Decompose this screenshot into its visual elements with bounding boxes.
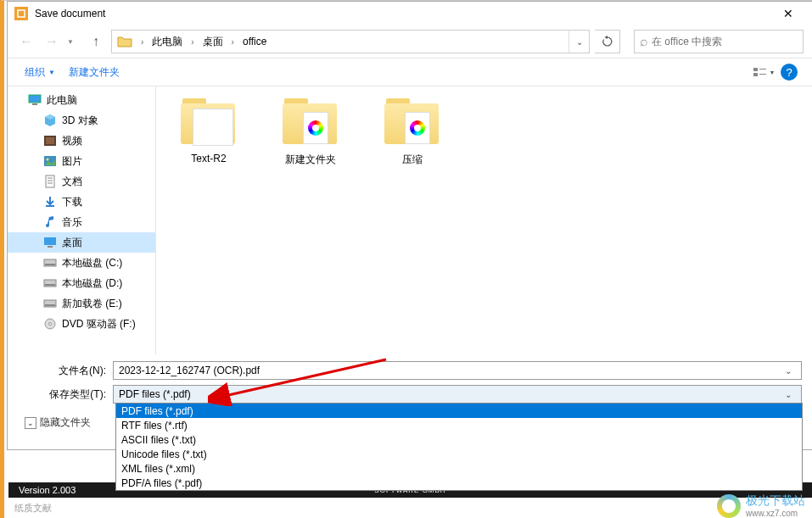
version-text: Version 2.003 — [19, 485, 76, 495]
toolbar: 组织 ▼ 新建文件夹 ▼ ? — [8, 58, 812, 86]
disk-icon — [43, 256, 57, 270]
svg-rect-19 — [45, 264, 55, 265]
filetype-option[interactable]: Unicode files (*.txt) — [116, 447, 802, 461]
filetype-label: 保存类型(T): — [18, 387, 113, 402]
3d-icon — [43, 114, 57, 127]
refresh-button[interactable] — [595, 30, 620, 53]
music-icon — [43, 215, 57, 229]
pictures-icon — [43, 154, 57, 168]
search-box[interactable]: ⌕ — [634, 30, 804, 53]
filetype-option[interactable]: PDF files (*.pdf) — [116, 404, 802, 418]
app-icon — [14, 7, 28, 20]
up-button[interactable]: ↑ — [86, 31, 106, 52]
path-segment[interactable]: 桌面 — [198, 31, 228, 53]
search-input[interactable] — [652, 36, 798, 47]
chevron-down-icon: ▼ — [48, 69, 55, 76]
titlebar: Save document ✕ — [8, 2, 812, 25]
folder-label: 新建文件夹 — [285, 153, 336, 167]
sidebar-item[interactable]: 文档 — [8, 171, 155, 192]
filetype-option[interactable]: PDF/A files (*.pdf) — [116, 476, 802, 490]
filetype-option[interactable]: RTF files (*.rtf) — [116, 418, 802, 432]
folder-label: Text-R2 — [191, 153, 226, 164]
svg-point-10 — [47, 159, 49, 161]
history-dropdown-icon[interactable]: ▼ — [67, 38, 74, 46]
watermark-text: 极光下载站 — [746, 493, 805, 509]
new-folder-button[interactable]: 新建文件夹 — [62, 62, 126, 83]
folder-icon — [281, 97, 340, 148]
folder-label: 压缩 — [402, 153, 423, 167]
filename-input[interactable]: 2023-12-12_162747 (OCR).pdf ⌄ — [113, 361, 802, 380]
svg-rect-3 — [759, 69, 766, 70]
monitor-icon — [28, 93, 42, 107]
filetype-option[interactable]: XML files (*.xml) — [116, 461, 802, 476]
sidebar-item[interactable]: 下载 — [8, 192, 155, 212]
video-icon — [43, 134, 57, 148]
sidebar-item-label: 图片 — [62, 154, 82, 169]
sidebar-item-label: 音乐 — [62, 215, 82, 230]
desktop-icon — [43, 236, 57, 249]
bottom-stray-text: 纸质文献 — [14, 502, 52, 515]
filetype-option[interactable]: ASCII files (*.txt) — [116, 432, 802, 447]
sidebar-item-label: 新加载卷 (E:) — [62, 297, 122, 311]
search-icon: ⌕ — [640, 34, 648, 49]
sidebar-root-thispc[interactable]: 此电脑 — [8, 90, 155, 110]
downloads-icon — [43, 195, 57, 209]
svg-rect-4 — [759, 74, 766, 75]
path-dropdown-button[interactable]: ⌄ — [568, 31, 589, 53]
sidebar-item-label: 本地磁盘 (D:) — [62, 276, 122, 291]
watermark-logo-icon — [717, 494, 741, 518]
svg-rect-8 — [46, 137, 54, 144]
filetype-select[interactable]: PDF files (*.pdf) ⌄ — [113, 385, 802, 404]
sidebar-item[interactable]: 3D 对象 — [8, 110, 155, 131]
chevron-down-icon[interactable]: ⌄ — [781, 390, 796, 399]
sidebar-item-label: 桌面 — [62, 236, 82, 250]
help-icon: ? — [781, 64, 798, 81]
folder-item[interactable]: 压缩 — [370, 97, 455, 167]
dialog-title: Save document — [35, 8, 771, 19]
folder-icon — [179, 97, 238, 148]
chevron-right-icon[interactable]: › — [137, 37, 147, 47]
svg-rect-11 — [46, 175, 54, 187]
sidebar-item-label: 视频 — [62, 134, 82, 148]
view-options-button[interactable]: ▼ — [751, 62, 776, 82]
svg-rect-21 — [45, 284, 55, 286]
forward-button[interactable]: → — [42, 31, 62, 52]
chevron-down-icon[interactable]: ⌄ — [781, 366, 796, 376]
sidebar-item[interactable]: 本地磁盘 (D:) — [8, 273, 155, 293]
disk-icon — [43, 297, 57, 310]
sidebar-item[interactable]: 视频 — [8, 131, 155, 151]
sidebar-item-label: 文档 — [62, 175, 82, 189]
sidebar-item-label: 下载 — [62, 195, 82, 209]
help-button[interactable]: ? — [776, 62, 802, 82]
sidebar: 此电脑 3D 对象视频图片文档下载音乐桌面本地磁盘 (C:)本地磁盘 (D:)新… — [8, 86, 156, 354]
close-button[interactable]: ✕ — [771, 2, 805, 25]
back-button[interactable]: ← — [16, 31, 36, 52]
sidebar-item-label: DVD 驱动器 (F:) — [62, 317, 136, 331]
svg-rect-5 — [29, 95, 41, 103]
svg-rect-16 — [44, 237, 56, 245]
disk-icon — [43, 276, 57, 290]
sidebar-item[interactable]: 桌面 — [8, 232, 155, 253]
svg-point-25 — [49, 323, 52, 326]
address-bar[interactable]: › 此电脑 › 桌面 › office ⌄ — [111, 30, 590, 53]
sidebar-item-label: 3D 对象 — [62, 114, 98, 128]
svg-rect-0 — [18, 10, 25, 17]
folder-icon — [383, 97, 442, 148]
watermark: 极光下载站 www.xz7.com — [717, 493, 805, 518]
path-segment[interactable]: 此电脑 — [147, 31, 188, 53]
docs-icon — [43, 175, 57, 188]
sidebar-item[interactable]: 新加载卷 (E:) — [8, 293, 155, 314]
sidebar-item[interactable]: 本地磁盘 (C:) — [8, 253, 155, 273]
file-area[interactable]: Text-R2新建文件夹压缩 — [156, 86, 812, 354]
svg-rect-1 — [753, 68, 758, 71]
organize-button[interactable]: 组织 ▼ — [18, 62, 62, 83]
sidebar-item[interactable]: 音乐 — [8, 212, 155, 232]
svg-rect-23 — [45, 304, 55, 306]
chevron-right-icon[interactable]: › — [228, 37, 238, 47]
sidebar-item[interactable]: 图片 — [8, 151, 155, 171]
folder-item[interactable]: Text-R2 — [166, 97, 251, 167]
path-segment[interactable]: office — [238, 31, 272, 53]
chevron-right-icon[interactable]: › — [188, 37, 197, 47]
folder-item[interactable]: 新建文件夹 — [268, 97, 353, 167]
sidebar-item[interactable]: DVD 驱动器 (F:) — [8, 314, 155, 334]
